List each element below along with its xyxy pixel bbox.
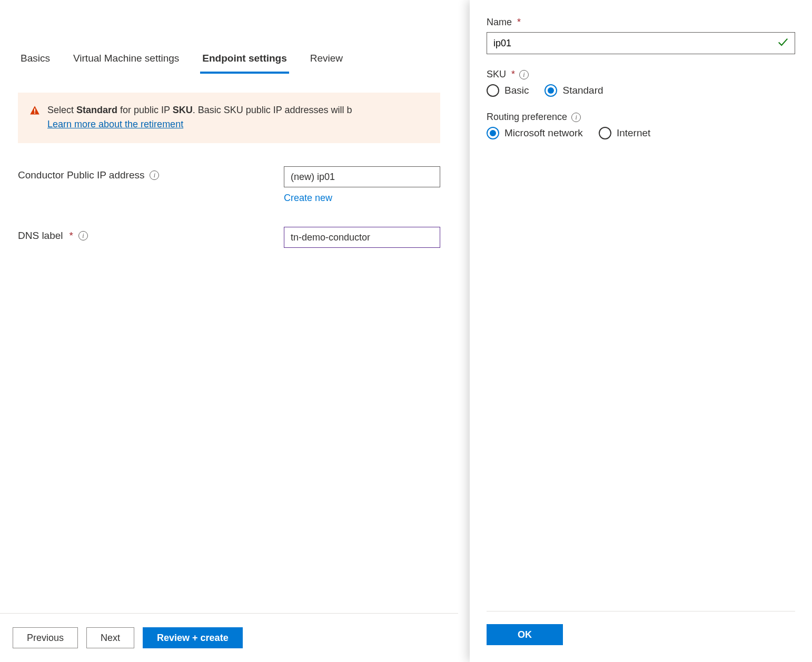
- tab-review[interactable]: Review: [308, 47, 345, 74]
- info-icon[interactable]: i: [571, 113, 581, 122]
- alert-text: Select Standard for public IP SKU. Basic…: [47, 103, 352, 132]
- label-dns: DNS label* i: [18, 227, 284, 242]
- previous-button[interactable]: Previous: [13, 627, 78, 648]
- sku-standard-radio[interactable]: Standard: [544, 84, 603, 97]
- tab-bar: Basics Virtual Machine settings Endpoint…: [0, 0, 458, 74]
- sku-radio-group: Basic Standard: [487, 84, 795, 97]
- warning-icon: [29, 103, 40, 120]
- required-asterisk: *: [517, 17, 521, 28]
- info-icon[interactable]: i: [150, 170, 159, 180]
- info-icon[interactable]: i: [78, 231, 88, 240]
- sku-basic-radio[interactable]: Basic: [487, 84, 529, 97]
- label-routing: Routing preference i: [487, 112, 795, 123]
- svg-rect-1: [34, 113, 35, 114]
- label-public-ip: Conductor Public IP address i: [18, 166, 284, 181]
- dns-label-input[interactable]: [284, 227, 440, 248]
- checkmark-icon: [777, 37, 789, 50]
- row-dns-label: DNS label* i: [18, 227, 440, 248]
- routing-ms-radio[interactable]: Microsoft network: [487, 127, 583, 139]
- svg-rect-0: [34, 108, 35, 112]
- info-icon[interactable]: i: [519, 70, 529, 79]
- radio-icon: [487, 84, 499, 97]
- label-name: Name*: [487, 17, 795, 28]
- wizard-footer: Previous Next Review + create: [0, 613, 458, 662]
- name-input[interactable]: [487, 32, 795, 54]
- tab-vm-settings[interactable]: Virtual Machine settings: [71, 47, 181, 74]
- panel-footer: OK: [487, 611, 795, 662]
- endpoint-form: Conductor Public IP address i Create new…: [0, 143, 458, 248]
- radio-icon: [599, 127, 611, 139]
- radio-icon: [544, 84, 557, 97]
- tab-basics[interactable]: Basics: [18, 47, 52, 74]
- public-ip-select[interactable]: [284, 166, 440, 187]
- next-button[interactable]: Next: [86, 627, 134, 648]
- review-create-button[interactable]: Review + create: [143, 627, 243, 648]
- ok-button[interactable]: OK: [487, 624, 563, 645]
- required-asterisk: *: [70, 230, 73, 242]
- create-new-link[interactable]: Create new: [284, 193, 332, 204]
- tab-endpoint-settings[interactable]: Endpoint settings: [200, 47, 289, 74]
- sku-warning-alert: Select Standard for public IP SKU. Basic…: [18, 93, 440, 143]
- radio-icon: [487, 127, 499, 139]
- required-asterisk: *: [511, 69, 515, 80]
- label-sku: SKU* i: [487, 69, 795, 80]
- main-content: Basics Virtual Machine settings Endpoint…: [0, 0, 458, 662]
- create-public-ip-panel: Name* SKU* i Basic Standard Routing pref…: [470, 0, 812, 662]
- learn-more-link[interactable]: Learn more about the retirement: [47, 119, 183, 129]
- row-public-ip: Conductor Public IP address i Create new: [18, 166, 440, 204]
- routing-radio-group: Microsoft network Internet: [487, 127, 795, 139]
- routing-internet-radio[interactable]: Internet: [599, 127, 650, 139]
